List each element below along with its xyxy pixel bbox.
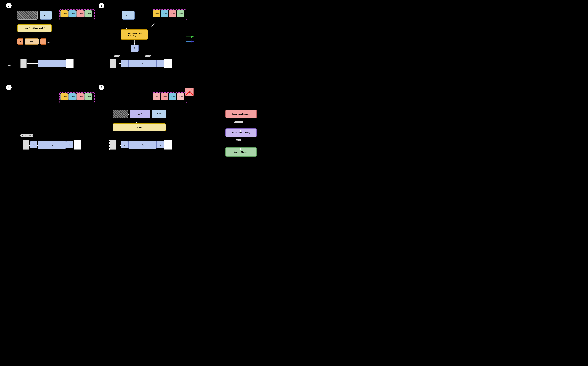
concat-arrow [238, 119, 238, 127]
cross-attn-label: Cross Attention w/oValue Projection [127, 32, 142, 37]
bbm-memory-label: BBM [236, 139, 241, 141]
mem-token-s1-3: Hn−3mem [76, 10, 84, 17]
conn-block-s1-left [20, 59, 27, 68]
lt-memory-box: Long-term Memory [226, 110, 257, 118]
mem-token-s2-4: Hn−4mem [177, 10, 184, 17]
copy-to-s2-right: copy to [145, 54, 151, 57]
diagram-container: 1 Hnsum Hn−1mem Hn−2mem Hn−3mem Hn−4mem … [0, 0, 294, 183]
conn-block-s3-right [74, 140, 81, 150]
sn-s2-right: Sn [157, 60, 164, 67]
seq-bar-s3: Hn [38, 141, 66, 149]
mem-token-s4-2: Hn−1mem [161, 93, 168, 100]
fetch-label-s3: fetch last k token [20, 134, 33, 137]
section-2-number: 2 [99, 3, 104, 8]
mem-token-s3-1: Hn−1mem [60, 93, 68, 100]
bbm-s4-label: BBM [137, 126, 142, 129]
hsum-s1-label: Hnsum [44, 14, 48, 17]
hsum-s2-label: Hnsum [126, 14, 131, 17]
concat-label: Concatenate [234, 121, 243, 123]
hn0j-label: Hn[0,j] [30, 40, 34, 43]
hout-label: Hnout [138, 113, 142, 115]
mem-token-s1-4: Hn−4mem [84, 10, 92, 17]
mem-token-s2-3: Hn−3mem [169, 10, 176, 17]
seq-bar-s2: Hn [128, 60, 157, 67]
lt-memory-label: Long-term Memory [233, 113, 250, 115]
cross-attn-s2: Cross Attention w/oValue Projection [121, 30, 148, 40]
blue-arrow-label: - - - [195, 40, 198, 42]
hn0j-s1: Hn[0,j] [25, 38, 39, 45]
hsum-s1: Hnsum [40, 11, 52, 20]
seq-bar-s4: Hn [128, 141, 157, 149]
hsum-s2: Hnsum [122, 11, 135, 20]
green-arrow-label: —— [195, 35, 199, 37]
arrow-up-lt [238, 119, 238, 119]
mem-token-s4-1: Hnmem [153, 93, 160, 100]
hatch-box-s4 [113, 110, 128, 118]
sn-s4-left: Sn [121, 141, 128, 148]
seq-bar-s2-hn: Hn [141, 62, 143, 65]
st-memory-label: Short-term Memory [232, 131, 250, 134]
conn-block-s4-left [110, 140, 116, 150]
sens-memory-box: Sensory Memory [226, 147, 257, 157]
mem-token-s1-2: Hn−2mem [68, 10, 76, 17]
sn-s4-right: Sn [157, 141, 164, 148]
conn-block-s1-right [66, 59, 74, 68]
label-tings-s1: tings [8, 62, 11, 67]
mem-group-s3: Hn−1mem Hn−2mem Hn−3mem Hn−4mem [60, 92, 95, 103]
mem-token-s3-2: Hn−2mem [68, 93, 76, 100]
hmem-s4-label: Hnmem [157, 113, 161, 115]
section-3-number: 3 [6, 84, 12, 90]
mem-group-s2: Hn−1mem Hn−2mem Hn−3mem Hn−4mem [152, 9, 187, 20]
bbm-s1-label: BBM (Backbone Model) [24, 27, 45, 30]
bbm-s1: BBM (Backbone Model) [17, 24, 52, 32]
mem-token-s4-4: Hn−3mem [177, 93, 184, 100]
hmem-s4: Hnmem [152, 110, 166, 118]
mem-token-s2-1: Hn−1mem [153, 10, 160, 17]
mem-token-s2-2: Hn−2mem [161, 10, 168, 17]
mem-group-s1: Hn−1mem Hn−2mem Hn−3mem Hn−4mem [60, 9, 95, 20]
mem-group-s4: Hnmem Hn−1mem Hn−2mem Hn−3mem [152, 92, 187, 103]
mem-token-s3-4: Hn−4mem [84, 93, 92, 100]
section-4-number: 4 [99, 84, 104, 90]
conn-block-s3-left [23, 140, 30, 150]
sn-s2-label: Sn [134, 47, 136, 49]
dashed-line-s3 [20, 139, 20, 152]
conn-block-s4-right [164, 140, 172, 150]
t-token-s1-2: T [40, 38, 46, 45]
section-1-number: 1 [6, 3, 12, 8]
st-memory-box: Short-term Memory [226, 129, 257, 137]
seq-bar-s4-hn: Hn [141, 144, 143, 146]
hout-s4: Hnout [130, 110, 150, 118]
copy-to-s2-left: copy to [114, 54, 120, 57]
mem-token-s3-3: Hn−3mem [76, 93, 84, 100]
sn-s2-center: Sn [131, 45, 139, 52]
mem-token-s1-1: Hn−1mem [60, 10, 68, 17]
seq-bar-s3-hn: Hn [51, 144, 53, 146]
conn-block-s2-left [110, 59, 116, 68]
dots-s1: … [47, 40, 50, 43]
hatch-box-s1 [17, 11, 38, 20]
conn-block-s2-right [164, 59, 172, 68]
bbm-s4: BBM [113, 123, 166, 131]
sn-s3-right: Sn [66, 141, 73, 148]
sn-s3-left: Sn [30, 141, 37, 148]
sn-s2-left: Sn [121, 60, 128, 67]
mem-token-s4-3: Hn−2mem [169, 93, 176, 100]
t-token-s1-1: T [17, 38, 23, 45]
sens-memory-label: Sensory Memory [234, 151, 249, 153]
seq-bar-s1: Hn [38, 60, 66, 67]
dashed-line-s4 [109, 140, 110, 150]
seq-bar-s1-hn: Hn [51, 62, 53, 65]
